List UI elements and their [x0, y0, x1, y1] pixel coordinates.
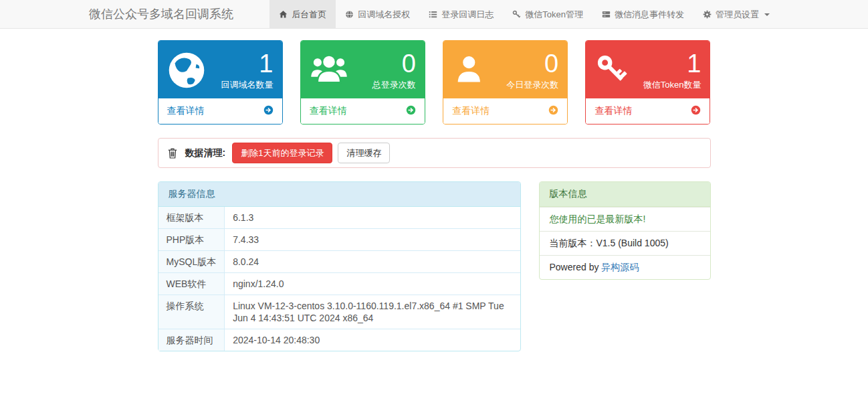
table-row: MySQL版本 8.0.24	[158, 251, 520, 273]
nav-item-login-log[interactable]: 登录回调日志	[419, 0, 503, 29]
nav-item-label: 管理员设置	[716, 9, 759, 21]
server-info-panel: 服务器信息 框架版本 6.1.3 PHP版本 7.4.33 MySQL版本 8.…	[158, 181, 521, 351]
stat-value: 1	[206, 50, 274, 77]
navbar-brand[interactable]: 微信公众号多域名回调系统	[89, 0, 233, 29]
globe-icon	[345, 10, 354, 19]
view-details-link[interactable]: 查看详情	[586, 98, 710, 124]
row-label: 服务器时间	[158, 329, 225, 351]
stat-card-today-logins: 0 今日登录次数 查看详情	[443, 40, 568, 125]
nav-item-label: 后台首页	[292, 9, 326, 21]
data-cleanup-panel: 数据清理: 删除1天前的登录记录 清理缓存	[158, 138, 711, 168]
server-info-title: 服务器信息	[158, 182, 520, 207]
stat-label: 今日登录次数	[491, 79, 558, 91]
key-icon	[594, 51, 633, 90]
nav-item-token-manage[interactable]: 微信Token管理	[503, 0, 592, 29]
row-label: 框架版本	[158, 207, 225, 229]
nav-item-domain-auth[interactable]: 回调域名授权	[336, 0, 419, 29]
stat-label: 微信Token数量	[633, 79, 701, 91]
row-value: 8.0.24	[225, 251, 520, 273]
trash-icon	[168, 148, 177, 159]
server-info-table: 框架版本 6.1.3 PHP版本 7.4.33 MySQL版本 8.0.24 W…	[158, 207, 520, 351]
table-row: WEB软件 nginx/1.24.0	[158, 273, 520, 295]
users-icon	[310, 51, 348, 90]
view-details-link[interactable]: 查看详情	[158, 98, 282, 124]
stat-value: 0	[348, 50, 416, 77]
row-value: 6.1.3	[225, 207, 520, 229]
version-latest-text: 您使用的已是最新版本!	[540, 207, 710, 231]
version-current-text: 当前版本：V1.5 (Build 1005)	[540, 231, 710, 255]
stat-label: 回调域名数量	[206, 79, 274, 91]
arrow-circle-right-icon	[263, 105, 274, 117]
powered-by-row: Powered by 异构源码	[540, 255, 710, 279]
key-icon	[512, 10, 521, 19]
chevron-down-icon	[764, 13, 770, 16]
cleanup-label: 数据清理:	[185, 147, 226, 159]
row-label: MySQL版本	[158, 251, 225, 273]
row-label: PHP版本	[158, 229, 225, 251]
clear-cache-button[interactable]: 清理缓存	[338, 143, 390, 163]
gear-icon	[703, 10, 712, 19]
nav-item-label: 微信消息事件转发	[615, 9, 684, 21]
version-info-title: 版本信息	[540, 182, 710, 207]
arrow-circle-right-icon	[406, 105, 416, 117]
version-info-panel: 版本信息 您使用的已是最新版本! 当前版本：V1.5 (Build 1005) …	[539, 181, 711, 280]
user-icon	[452, 51, 491, 90]
nav-item-label: 微信Token管理	[525, 9, 583, 21]
arrow-circle-right-icon	[691, 105, 701, 117]
arrow-circle-right-icon	[548, 105, 558, 117]
stat-card-total-logins: 0 总登录次数 查看详情	[300, 40, 425, 125]
stats-row: 1 回调域名数量 查看详情 0 总登录次数	[158, 40, 711, 125]
row-value: Linux VM-12-3-centos 3.10.0-1160.119.1.e…	[225, 295, 520, 329]
powered-by-link[interactable]: 异构源码	[601, 262, 639, 272]
row-label: WEB软件	[158, 273, 225, 295]
nav-item-admin-settings[interactable]: 管理员设置	[693, 0, 779, 29]
table-row: 框架版本 6.1.3	[158, 207, 520, 229]
powered-by-text: Powered by	[550, 262, 602, 272]
row-value: 2024-10-14 20:48:30	[225, 329, 520, 351]
row-value: nginx/1.24.0	[225, 273, 520, 295]
stat-label: 总登录次数	[348, 79, 416, 91]
nav-item-label: 登录回调日志	[441, 9, 494, 21]
stat-card-wechat-tokens: 1 微信Token数量 查看详情	[585, 40, 710, 125]
stat-card-callback-domains: 1 回调域名数量 查看详情	[158, 40, 283, 125]
row-value: 7.4.33	[225, 229, 520, 251]
stat-value: 1	[633, 50, 701, 77]
globe-icon	[167, 51, 206, 90]
stat-value: 0	[491, 50, 558, 77]
table-row: 操作系统 Linux VM-12-3-centos 3.10.0-1160.11…	[158, 295, 520, 329]
delete-old-logins-button[interactable]: 删除1天前的登录记录	[232, 143, 332, 163]
main-nav: 后台首页 回调域名授权 登录回调日志 微信Token管理	[269, 0, 779, 29]
list-icon	[429, 10, 437, 19]
table-row: PHP版本 7.4.33	[158, 229, 520, 251]
home-icon	[279, 10, 288, 19]
server-icon	[602, 10, 611, 19]
view-details-link[interactable]: 查看详情	[443, 98, 567, 124]
nav-item-dashboard[interactable]: 后台首页	[269, 0, 336, 29]
row-label: 操作系统	[158, 295, 225, 329]
nav-item-label: 回调域名授权	[358, 9, 410, 21]
table-row: 服务器时间 2024-10-14 20:48:30	[158, 329, 520, 351]
nav-item-message-forward[interactable]: 微信消息事件转发	[592, 0, 693, 29]
top-navbar: 微信公众号多域名回调系统 后台首页 回调域名授权 登录回调日志	[0, 0, 868, 29]
view-details-link[interactable]: 查看详情	[301, 98, 425, 124]
